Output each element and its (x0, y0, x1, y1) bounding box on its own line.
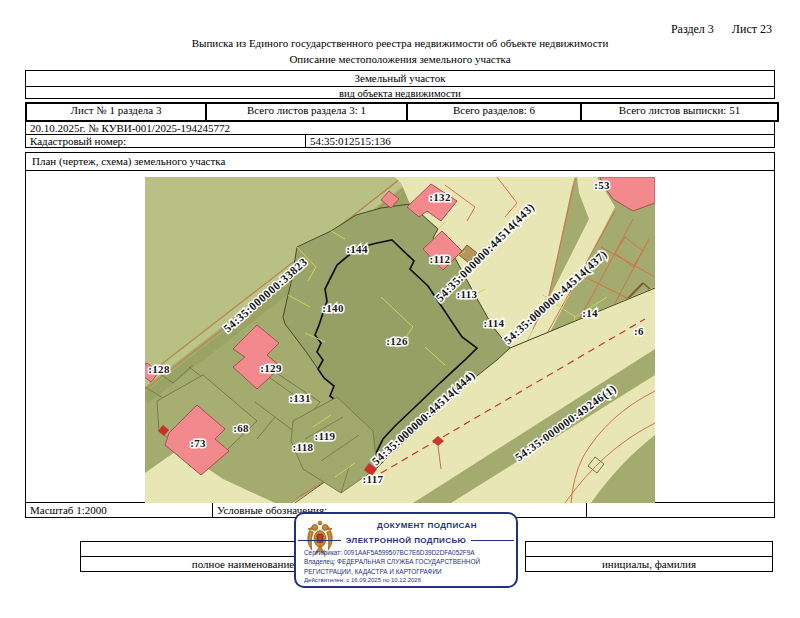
parcel-label-131: :131 (289, 392, 310, 404)
parcel-label-114: :114 (484, 317, 505, 329)
plan-box: План (чертеж, схема) земельного участка (25, 152, 775, 518)
cadastral-map: 54:35:000000:3382354:35:000000:44514(443… (145, 177, 655, 503)
parcel-label-144: :144 (346, 243, 368, 255)
parcel-label-129: :129 (260, 362, 282, 374)
registry-box: 20.10.2025г. № КУВИ-001/2025-194245772 К… (25, 121, 775, 148)
parcel-label-128: :128 (148, 363, 170, 375)
parcel-label-126: :126 (386, 335, 408, 347)
legend-empty-cell (587, 503, 774, 518)
parcel-label-118: :118 (293, 441, 314, 453)
map-zone: 54:35:000000:3382354:35:000000:44514(443… (26, 171, 774, 502)
sheet-number: Лист 23 (732, 22, 772, 37)
name-label: инициалы, фамилия (526, 557, 772, 572)
stamp-title-line2: ЭЛЕКТРОННОЙ ПОДПИСЬЮ (341, 536, 471, 545)
sheet-info-cell-3: Всего разделов: 6 (408, 104, 582, 120)
parcel-label-117: :117 (363, 473, 384, 485)
parcel-label-68: :68 (233, 422, 249, 434)
parcel-label-6: :6 (634, 325, 644, 337)
extract-date-number: 20.10.2025г. № КУВИ-001/2025-194245772 (26, 122, 774, 135)
document-title: Выписка из Единого государственного реес… (0, 37, 800, 49)
parcel-label-73: :73 (190, 437, 206, 449)
stamp-owner-line1: Владелец: ФЕДЕРАЛЬНАЯ СЛУЖБА ГОСУДАРСТВЕ… (304, 557, 512, 566)
section-sheet-header: Раздел 3 Лист 23 (671, 22, 772, 37)
parcel-label-140: :140 (322, 302, 344, 314)
sheet-info-cell-4: Всего листов выписки: 51 (582, 104, 777, 120)
section-number: Раздел 3 (671, 22, 714, 37)
stamp-rule-left (298, 540, 341, 541)
digital-signature-stamp: ДОКУМЕНТ ПОДПИСАН ЭЛЕКТРОННОЙ ПОДПИСЬЮ С… (294, 512, 518, 588)
stamp-certificate: Сертификат: 0091AAF5A599507BC7E6D39D2DFA… (304, 548, 512, 557)
signature-name-box: инициалы, фамилия (525, 541, 773, 572)
stamp-rule-right (471, 540, 514, 541)
stamp-validity: Действителен: с 16.09.2025 по 10.12.2026 (304, 576, 512, 585)
sheets-info-row: Лист № 1 раздела 3 Всего листов раздела … (25, 102, 779, 122)
plan-title: План (чертеж, схема) земельного участка (26, 153, 774, 171)
cadastral-number-value: 54:35:012515:136 (306, 135, 774, 148)
parcel-label-113: :113 (457, 288, 478, 300)
object-kind-box: Земельный участок вид объекта недвижимос… (25, 70, 775, 99)
document-subtitle: Описание местоположения земельного участ… (0, 53, 800, 65)
parcel-label-112: :112 (430, 253, 451, 265)
parcel-label-14: :14 (582, 307, 598, 319)
map-scale: Масштаб 1:2000 (26, 503, 213, 518)
stamp-owner-line2: РЕГИСТРАЦИИ, КАДАСТРА И КАРТОГРАФИИ (304, 567, 512, 576)
stamp-title-line1: ДОКУМЕНТ ПОДПИСАН (342, 521, 512, 530)
object-kind-caption: вид объекта недвижимости (26, 87, 774, 100)
parcel-label-53: :53 (594, 179, 610, 191)
name-line (526, 542, 772, 557)
parcel-label-132: :132 (429, 191, 451, 203)
cadastral-number-label: Кадастровый номер: (26, 135, 306, 148)
parcel-label-119: :119 (315, 430, 336, 442)
object-kind: Земельный участок (26, 71, 774, 87)
sheet-info-cell-1: Лист № 1 раздела 3 (27, 104, 207, 120)
sheet-info-cell-2: Всего листов раздела 3: 1 (207, 104, 408, 120)
